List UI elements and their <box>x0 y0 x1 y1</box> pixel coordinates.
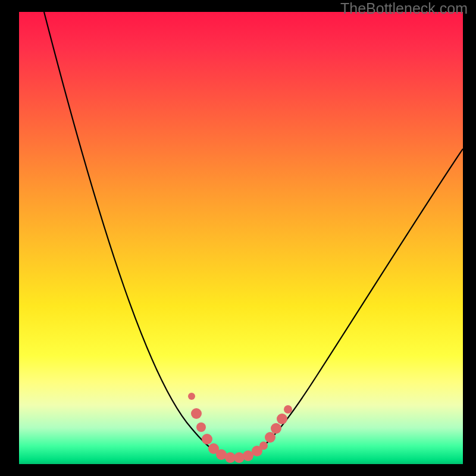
data-marker <box>277 414 287 424</box>
data-marker <box>271 423 281 434</box>
bottleneck-curve-path <box>44 12 463 458</box>
chart-svg <box>19 12 463 464</box>
marker-group <box>188 393 292 463</box>
chart-plot-area <box>19 12 463 464</box>
data-marker <box>191 408 202 419</box>
data-marker <box>202 434 212 444</box>
data-marker <box>259 441 268 450</box>
data-marker <box>188 393 195 400</box>
data-marker <box>265 432 275 443</box>
watermark-text: TheBottleneck.com <box>340 0 468 17</box>
data-marker <box>234 452 245 463</box>
data-marker <box>196 422 206 432</box>
data-marker <box>284 405 292 414</box>
